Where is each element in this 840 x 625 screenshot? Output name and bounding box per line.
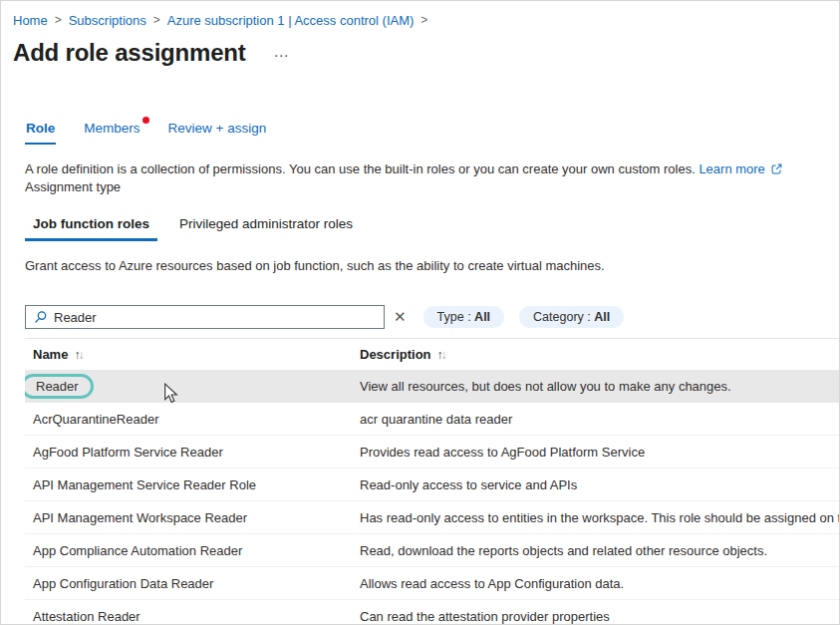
table-row-agfood-platform-service-reader[interactable]: AgFood Platform Service Reader Provides …	[25, 436, 839, 469]
filter-category-label: Category	[533, 310, 584, 324]
learn-more-link[interactable]: Learn more	[699, 161, 764, 176]
sort-icon: ↑↓	[74, 348, 84, 362]
sort-icon: ↑↓	[437, 348, 447, 362]
table-row-api-management-service-reader-role[interactable]: API Management Service Reader Role Read-…	[25, 469, 839, 501]
table-row-api-management-workspace-reader[interactable]: API Management Workspace Reader Has read…	[25, 501, 839, 534]
breadcrumb-separator: >	[153, 13, 160, 27]
tab-bar: Role Members Review + assign	[25, 121, 839, 145]
column-header-name-label: Name	[33, 347, 68, 362]
table-row-attestation-reader[interactable]: Attestation Reader Can read the attestat…	[25, 600, 839, 625]
role-name-cell: API Management Service Reader Role	[25, 477, 360, 492]
subtab-job-function-roles[interactable]: Job function roles	[25, 216, 157, 241]
page-title: Add role assignment	[13, 39, 246, 67]
clear-search-icon[interactable]: ✕	[394, 310, 407, 324]
column-header-description-label: Description	[360, 347, 431, 362]
tab-members[interactable]: Members	[84, 121, 140, 145]
role-name-cell: AcrQuarantineReader	[25, 412, 360, 427]
add-role-assignment-page: Home > Subscriptions > Azure subscriptio…	[0, 0, 840, 625]
role-search-input[interactable]	[26, 307, 384, 327]
filter-category-value: All	[594, 310, 610, 324]
subtab-privileged-administrator-roles[interactable]: Privileged administrator roles	[171, 216, 361, 241]
search-icon	[34, 310, 48, 327]
external-link-icon	[771, 161, 782, 178]
breadcrumb-subscriptions[interactable]: Subscriptions	[69, 13, 146, 28]
role-description-cell: Provides read access to AgFood Platform …	[360, 445, 839, 460]
filter-type-pill[interactable]: Type : All	[423, 306, 505, 328]
assignment-type-label: Assignment type	[25, 178, 839, 195]
filter-type-separator: :	[464, 310, 474, 324]
table-row-acrquarantinereader[interactable]: AcrQuarantineReader acr quarantine data …	[25, 403, 839, 436]
role-description: A role definition is a collection of per…	[25, 160, 815, 178]
role-description-cell: Read, download the reports objects and r…	[360, 543, 839, 558]
roles-table: Name ↑↓ Description ↑↓ Reader View all r…	[25, 338, 839, 625]
column-header-description[interactable]: Description ↑↓	[360, 347, 839, 362]
tab-role[interactable]: Role	[25, 121, 56, 145]
filter-category-pill[interactable]: Category : All	[519, 306, 624, 328]
breadcrumb-home[interactable]: Home	[13, 13, 48, 28]
assignment-type-tabs: Job function roles Privileged administra…	[25, 216, 839, 241]
role-description-text: A role definition is a collection of per…	[25, 161, 696, 176]
click-highlight-ring: Reader	[25, 374, 94, 399]
search-box[interactable]	[25, 305, 385, 329]
filter-type-value: All	[474, 310, 490, 324]
members-notification-dot-icon	[142, 117, 149, 124]
role-description-cell: acr quarantine data reader	[360, 412, 839, 427]
breadcrumb: Home > Subscriptions > Azure subscriptio…	[1, 1, 839, 29]
search-filter-row: ✕ Type : All Category : All	[25, 305, 839, 329]
tab-members-label: Members	[84, 121, 140, 136]
table-row-app-configuration-data-reader[interactable]: App Configuration Data Reader Allows rea…	[25, 567, 839, 600]
filter-type-label: Type	[437, 310, 464, 324]
tab-role-label: Role	[26, 121, 55, 136]
grant-access-text: Grant access to Azure resources based on…	[25, 258, 815, 274]
role-description-cell: Can read the attestation provider proper…	[360, 609, 839, 624]
role-name-cell: App Configuration Data Reader	[25, 576, 360, 591]
breadcrumb-separator: >	[420, 13, 427, 27]
role-description-cell: Allows read access to App Configuration …	[360, 576, 839, 591]
role-name-cell: AgFood Platform Service Reader	[25, 445, 360, 460]
subtab-job-function-roles-label: Job function roles	[33, 216, 149, 231]
table-header-row: Name ↑↓ Description ↑↓	[25, 339, 839, 370]
filter-category-separator: :	[584, 310, 594, 324]
role-name-cell: Reader	[25, 374, 360, 399]
role-name-cell: Attestation Reader	[25, 609, 360, 624]
tab-review-assign-label: Review + assign	[168, 121, 267, 136]
role-description-cell: Read-only access to service and APIs	[360, 477, 839, 492]
role-name-cell: API Management Workspace Reader	[25, 510, 360, 525]
breadcrumb-subscription-iam[interactable]: Azure subscription 1 | Access control (I…	[167, 13, 415, 28]
role-name: Reader	[36, 379, 79, 394]
more-options-icon[interactable]: ⋯	[274, 51, 290, 61]
tab-review-assign[interactable]: Review + assign	[168, 121, 267, 145]
title-row: Add role assignment ⋯	[13, 37, 839, 69]
table-row-reader[interactable]: Reader View all resources, but does not …	[25, 370, 839, 403]
subtab-privileged-administrator-roles-label: Privileged administrator roles	[179, 216, 353, 231]
role-description-cell: View all resources, but does not allow y…	[360, 379, 839, 394]
table-row-app-compliance-automation-reader[interactable]: App Compliance Automation Reader Read, d…	[25, 534, 839, 567]
column-header-name[interactable]: Name ↑↓	[25, 347, 360, 362]
role-name-cell: App Compliance Automation Reader	[25, 543, 360, 558]
role-description-cell: Has read-only access to entities in the …	[360, 510, 839, 525]
breadcrumb-separator: >	[55, 13, 62, 27]
